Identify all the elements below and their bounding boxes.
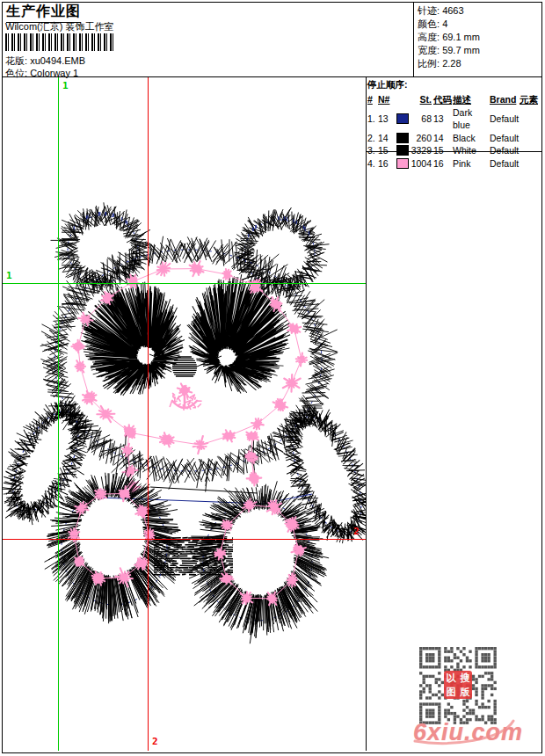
design-file-row: 花版: xu0494.EMB (5, 55, 85, 68)
stat-scale: 比例: 2.28 (418, 57, 480, 70)
color-chip (396, 113, 409, 124)
watermark-logo: 6xiu.com (413, 719, 523, 746)
guide-marker-2-right: 2 (353, 527, 360, 536)
design-file-label: 花版: (5, 55, 27, 66)
col-hash: # (367, 93, 378, 106)
guide-horizontal-start (3, 283, 366, 284)
design-stats: 针迹: 4663 颜色: 4 高度: 69.1 mm 宽度: 59.7 mm 比… (418, 4, 480, 70)
col-element: 元素 (520, 93, 539, 106)
header-right-divider (413, 3, 414, 76)
guide-marker-1-left: 1 (6, 271, 12, 280)
color-chip (396, 158, 409, 169)
col-stitches: St. (411, 93, 433, 106)
table-row: 3.15 3329 15White Default (367, 144, 541, 157)
stop-sequence-panel: 停止顺序: # N# St. 代码 描述 Brand 元素 1.13 68 13… (367, 79, 541, 170)
stop-sequence-header: # N# St. 代码 描述 Brand 元素 (367, 93, 541, 106)
table-row: 1.13 68 13Dark blue Default (367, 106, 541, 132)
design-file-value: xu0494.EMB (30, 55, 85, 66)
embroidery-design-panda (3, 77, 366, 751)
table-row: 2.14 260 14Black Default (367, 132, 541, 145)
stop-sequence-title: 停止顺序: (367, 79, 541, 91)
color-chip (396, 133, 409, 143)
company-name: Wilcom(汇京) 装饰工作室 (5, 20, 113, 33)
stat-height: 高度: 69.1 mm (418, 31, 480, 44)
stat-colors: 颜色: 4 (418, 18, 480, 31)
stat-stitches: 针迹: 4663 (418, 4, 480, 18)
col-code: 代码 (433, 93, 453, 106)
red-seal-stamp: 以 搜 图 版 (444, 671, 472, 699)
guide-marker-1-top: 1 (62, 81, 69, 91)
design-barcode (5, 33, 114, 51)
col-brand: Brand (490, 93, 520, 106)
guide-horizontal-end (3, 539, 366, 540)
guide-marker-2-bottom: 2 (152, 737, 158, 746)
col-description: 描述 (453, 93, 490, 106)
col-needle: N# (378, 93, 395, 106)
guide-vertical-end (148, 77, 149, 751)
guide-vertical-start (58, 77, 59, 751)
design-panel-divider (366, 77, 367, 751)
color-chip (396, 145, 409, 156)
table-row: 4.16 1004 16Pink Default (367, 157, 541, 171)
stat-width: 宽度: 59.7 mm (418, 44, 480, 57)
